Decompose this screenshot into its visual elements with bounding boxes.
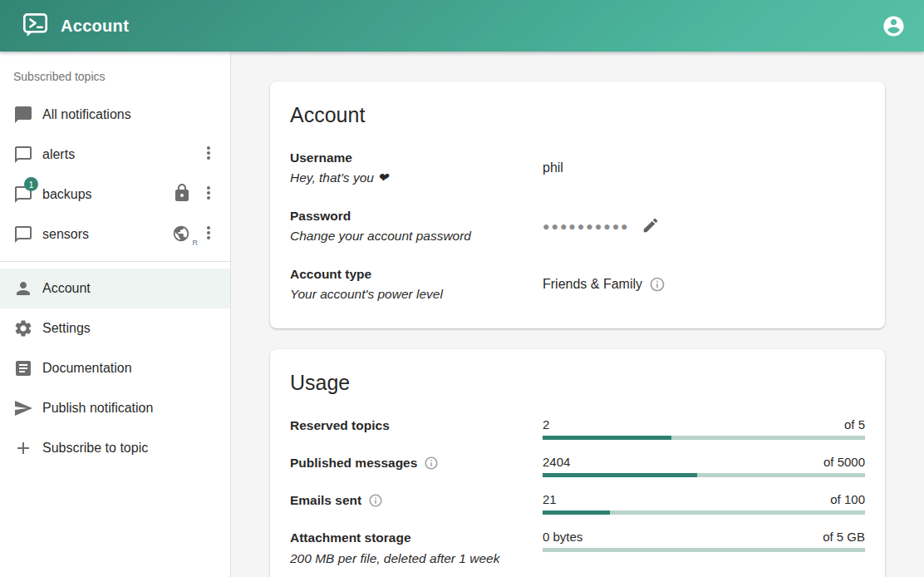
progress-fill — [543, 510, 610, 515]
sidebar-item-subscribe-to-topic[interactable]: Subscribe to topic — [0, 428, 230, 468]
chat-bubble-outline-icon — [13, 145, 33, 165]
topic-menu-kebab-icon[interactable] — [199, 143, 219, 166]
reserved-topics-label: Reserved topics — [290, 417, 543, 435]
sidebar-item-settings[interactable]: Settings — [0, 308, 230, 348]
info-icon[interactable] — [368, 493, 383, 508]
page-title: Account — [61, 17, 129, 36]
topic-label: alerts — [42, 147, 75, 162]
send-icon — [13, 398, 33, 418]
unread-count-badge: 1 — [24, 177, 38, 191]
topic-label: backups — [42, 187, 92, 202]
published-messages-label: Published messages — [290, 454, 417, 472]
username-sublabel: Hey, that's you ❤ — [290, 169, 543, 187]
account-type-value: Friends & Family — [543, 277, 642, 292]
sidebar-item-publish-notification[interactable]: Publish notification — [0, 388, 230, 428]
nav-label: Documentation — [42, 361, 132, 376]
username-value: phil — [543, 160, 563, 175]
edit-password-button[interactable] — [641, 216, 660, 237]
progress-bar — [543, 473, 865, 477]
username-row: Username Hey, that's you ❤ phil — [290, 149, 865, 187]
usage-value: 0 bytes — [543, 529, 582, 545]
published-messages-row: Published messages 2404 of 5000 — [290, 454, 865, 477]
progress-fill — [543, 436, 671, 440]
progress-bar — [543, 436, 865, 440]
attachment-storage-label: Attachment storage — [290, 529, 543, 547]
chat-bubble-outline-icon: 1 — [13, 185, 33, 205]
password-sublabel: Change your account password — [290, 227, 543, 245]
usage-card: Usage Reserved topics 2 of 5 Published m… — [270, 349, 885, 577]
subscribed-topics-heading: Subscribed topics — [0, 58, 230, 95]
globe-reserved-icon: R — [172, 224, 192, 244]
chat-bubble-filled-icon — [13, 105, 33, 125]
account-type-sublabel: Your account's power level — [290, 285, 543, 303]
sidebar-item-all-notifications[interactable]: All notifications — [0, 95, 230, 135]
emails-sent-label: Emails sent — [290, 491, 361, 510]
nav-label: Account — [42, 281, 91, 296]
article-icon — [13, 358, 33, 378]
masked-password: ●●●●●●●●●● — [543, 219, 630, 233]
password-value: ●●●●●●●●●● — [543, 216, 660, 237]
sidebar: Subscribed topics All notifications aler… — [0, 52, 231, 577]
nav-label: Settings — [42, 321, 91, 336]
username-label: Username — [290, 149, 543, 167]
topic-menu-kebab-icon[interactable] — [199, 223, 219, 246]
topic-menu-kebab-icon[interactable] — [199, 183, 219, 206]
account-type-row: Account type Your account's power level … — [290, 265, 865, 303]
attachment-storage-row: Attachment storage 200 MB per file, dele… — [290, 529, 865, 568]
pencil-icon — [641, 216, 660, 237]
ntfy-logo-icon — [22, 11, 49, 42]
password-row: Password Change your account password ●●… — [290, 207, 865, 245]
usage-value: 2404 — [543, 454, 570, 471]
nav-label: Publish notification — [42, 401, 153, 416]
reserved-topics-row: Reserved topics 2 of 5 — [290, 417, 865, 440]
sidebar-item-topic-backups[interactable]: 1 backups — [0, 175, 230, 215]
password-label: Password — [290, 207, 543, 225]
account-type-label: Account type — [290, 265, 543, 284]
reserved-marker: R — [193, 239, 199, 247]
topic-label: All notifications — [42, 107, 131, 122]
account-card-title: Account — [290, 103, 865, 127]
lock-icon — [172, 183, 192, 206]
account-card: Account Username Hey, that's you ❤ phil … — [270, 81, 885, 328]
attachment-storage-sublabel: 200 MB per file, deleted after 1 week — [290, 550, 543, 568]
usage-limit: of 100 — [830, 491, 865, 508]
nav-label: Subscribe to topic — [42, 441, 148, 456]
account-avatar-icon[interactable] — [882, 14, 906, 38]
sidebar-divider — [0, 261, 230, 262]
progress-fill — [543, 473, 697, 477]
app-header: Account — [0, 0, 924, 52]
usage-limit: of 5000 — [823, 454, 865, 471]
progress-bar — [543, 510, 865, 515]
usage-limit: of 5 — [844, 417, 865, 433]
progress-bar — [543, 548, 865, 552]
usage-value: 2 — [543, 417, 549, 433]
sidebar-item-topic-sensors[interactable]: sensors R — [0, 215, 230, 254]
sidebar-item-topic-alerts[interactable]: alerts — [0, 135, 230, 175]
person-icon — [13, 279, 33, 298]
info-icon[interactable] — [649, 276, 666, 293]
info-icon[interactable] — [424, 456, 439, 471]
gear-icon — [13, 318, 33, 338]
sidebar-item-account[interactable]: Account — [0, 269, 230, 308]
sidebar-item-documentation[interactable]: Documentation — [0, 348, 230, 388]
plus-icon — [13, 438, 33, 458]
usage-value: 21 — [543, 491, 557, 508]
topic-label: sensors — [42, 227, 89, 242]
emails-sent-row: Emails sent 21 of 100 — [290, 491, 865, 515]
usage-card-title: Usage — [290, 371, 865, 395]
usage-limit: of 5 GB — [823, 529, 865, 545]
main-content: Account Username Hey, that's you ❤ phil … — [231, 52, 924, 577]
chat-bubble-outline-icon — [13, 224, 33, 244]
